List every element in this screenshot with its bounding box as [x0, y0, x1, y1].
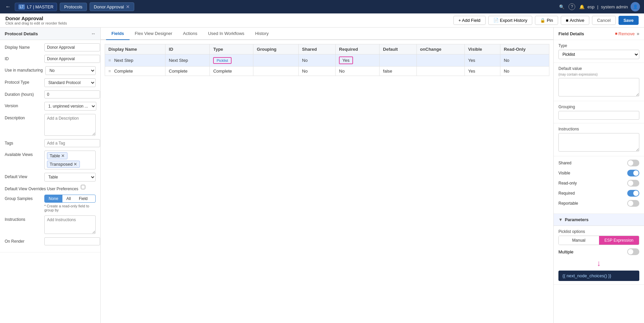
export-history-label: Export History: [500, 18, 528, 23]
close-tab-icon[interactable]: ✕: [126, 4, 130, 9]
default-view-select[interactable]: Table Transposed: [44, 173, 96, 181]
readonly-toggle[interactable]: [627, 180, 639, 187]
cancel-button[interactable]: Cancel: [592, 16, 615, 25]
multiple-toggle[interactable]: [627, 248, 639, 255]
protocols-tab[interactable]: Protocols: [60, 3, 87, 11]
id-input[interactable]: [44, 55, 100, 63]
expression-box[interactable]: {{ next_node_choices() }}: [558, 271, 639, 281]
default-value-label: Default value: [558, 66, 639, 71]
grouping-input[interactable]: [558, 111, 639, 120]
protocol-details-title: Protocol Details: [5, 31, 38, 36]
type-label: Type: [558, 43, 639, 48]
description-textarea[interactable]: [44, 114, 96, 136]
table-row[interactable]: ≡ Complete Complete Complete No No false…: [105, 67, 549, 76]
bell-icon[interactable]: 🔔: [579, 4, 585, 9]
group-field-button[interactable]: Field: [75, 195, 92, 202]
save-label: Save: [624, 18, 634, 23]
override-checkbox[interactable]: [81, 185, 85, 189]
display-name-input[interactable]: [44, 43, 100, 51]
tab-fields[interactable]: Fields: [106, 28, 130, 40]
col-type: Type: [210, 44, 253, 54]
sub-header-right: + Add Field 📄 Export History 🔒 Pin ■ Arc…: [453, 16, 639, 25]
left-panel-header: Protocol Details ↔: [0, 28, 100, 40]
transposed-chip[interactable]: Transposed ✕: [47, 161, 80, 168]
cell-default: [380, 54, 416, 67]
collapse-panel-button[interactable]: ↔: [91, 31, 96, 36]
pin-icon: 🔒: [540, 18, 545, 23]
cell-visible: Yes: [464, 67, 500, 76]
parameters-title: Parameters: [565, 217, 589, 222]
group-none-button[interactable]: None: [45, 195, 62, 202]
cell-shared: No: [299, 54, 336, 67]
use-in-mfg-select[interactable]: No Yes: [45, 66, 96, 75]
cell-grouping: [253, 54, 299, 67]
archive-button[interactable]: ■ Archive: [561, 16, 589, 25]
sub-header: Donor Approval Click and drag to edit or…: [0, 13, 644, 28]
type-select[interactable]: Picklist Text Number Date Complete: [558, 50, 639, 59]
col-display-name: Display Name: [105, 44, 165, 54]
table-chip-remove[interactable]: ✕: [61, 153, 65, 158]
donor-approval-tab[interactable]: Donor Approval ✕: [90, 2, 135, 11]
left-panel: Protocol Details ↔ Display Name ID Use i…: [0, 28, 101, 323]
manual-tab[interactable]: Manual: [559, 236, 599, 245]
parameters-section: Picklist options Manual ESP Expression M…: [554, 226, 644, 285]
cell-default: false: [380, 67, 416, 76]
group-samples-buttons: None All Field: [44, 195, 96, 203]
readonly-toggle-label: Read-only: [558, 181, 577, 186]
version-select[interactable]: 1. unpinned version ...: [44, 102, 96, 111]
default-value-sublabel: (may contain expressions): [558, 73, 639, 76]
required-toggle[interactable]: [627, 190, 639, 197]
tab-actions[interactable]: Actions: [178, 28, 203, 40]
fields-table-header-row: Display Name ID Type Grouping Shared Req…: [105, 44, 549, 54]
table-row[interactable]: ≡ Next Step Next Step Picklist No Yes: [105, 54, 549, 67]
default-view-label: Default View: [5, 173, 42, 179]
add-field-button[interactable]: + Add Field: [453, 16, 485, 25]
version-row: Version 1. unpinned version ...: [5, 102, 96, 111]
instructions-section: Instructions: [554, 123, 644, 156]
right-panel: Field Details ■ Remove » Type Picklist T…: [553, 28, 644, 323]
tags-input[interactable]: [44, 139, 100, 147]
visible-toggle-row: Visible: [558, 170, 639, 176]
type-section: Type Picklist Text Number Date Complete: [554, 40, 644, 63]
save-button[interactable]: Save: [618, 16, 639, 25]
required-highlight: Yes: [339, 56, 353, 64]
reportable-toggle[interactable]: [627, 200, 639, 207]
tab-history[interactable]: History: [250, 28, 274, 40]
shared-toggle[interactable]: [627, 160, 639, 166]
duration-input[interactable]: [44, 90, 100, 98]
help-icon[interactable]: ?: [568, 3, 575, 10]
user-separator: |: [597, 4, 598, 9]
esp-expression-tab[interactable]: ESP Expression: [599, 236, 639, 245]
tab-flex-view-designer[interactable]: Flex View Designer: [130, 28, 178, 40]
grouping-label: Grouping: [558, 105, 639, 109]
instructions-textarea[interactable]: [44, 215, 96, 234]
picklist-options-label: Picklist options: [558, 229, 639, 234]
avatar[interactable]: 👤: [631, 2, 640, 11]
duration-row: Duration (hours): [5, 90, 96, 98]
pin-button[interactable]: 🔒 Pin: [535, 16, 558, 25]
back-button[interactable]: ←: [4, 2, 12, 11]
cell-display-name: ≡ Complete: [105, 67, 165, 76]
group-all-button[interactable]: All: [62, 195, 75, 202]
table-chip[interactable]: Table ✕: [47, 152, 67, 159]
visible-toggle[interactable]: [627, 170, 639, 176]
col-required: Required: [336, 44, 380, 54]
protocol-type-select[interactable]: Standard Protocol: [44, 78, 96, 87]
remove-label: Remove: [618, 31, 635, 36]
group-samples-row: Group Samples None All Field * Create a …: [5, 195, 96, 212]
app-button[interactable]: L7 L7 | MASTER: [15, 3, 57, 11]
remove-button[interactable]: ■ Remove: [615, 31, 635, 36]
instructions-right-textarea[interactable]: [558, 133, 639, 152]
search-icon[interactable]: 🔍: [559, 4, 564, 9]
export-history-button[interactable]: 📄 Export History: [488, 16, 533, 25]
available-views-container: Table ✕ Transposed ✕: [44, 151, 96, 169]
transposed-chip-remove[interactable]: ✕: [73, 162, 77, 167]
default-value-textarea[interactable]: [558, 78, 639, 96]
on-render-input[interactable]: [44, 237, 100, 245]
tab-used-in-workflows[interactable]: Used In Workflows: [203, 28, 250, 40]
cell-grouping: [253, 67, 299, 76]
user-admin-label: system admin: [601, 4, 628, 9]
override-checkbox-row: [81, 185, 85, 189]
down-arrow-icon: ↓: [558, 258, 639, 268]
expand-button[interactable]: »: [637, 31, 639, 36]
